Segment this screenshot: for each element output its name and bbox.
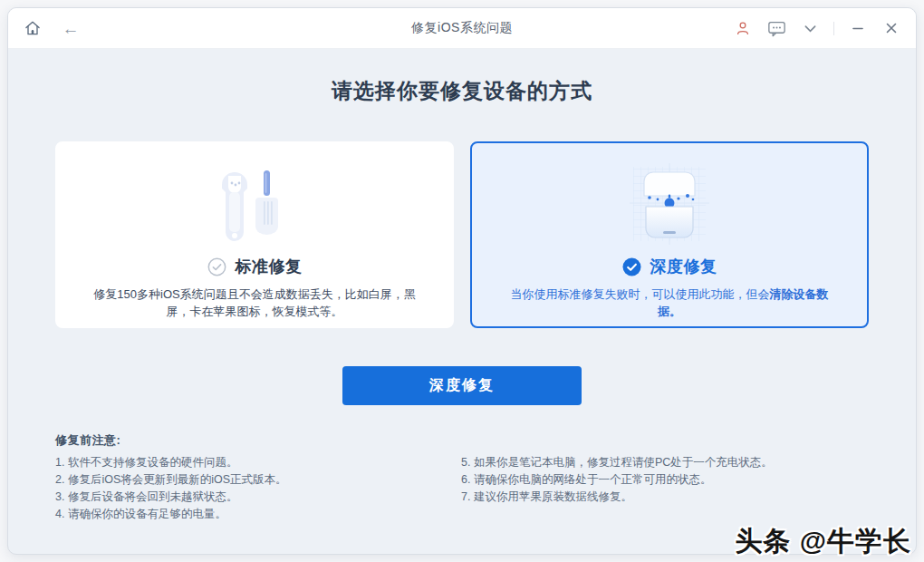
- device-blueprint-icon: [626, 154, 713, 248]
- deep-repair-desc-normal: 当你使用标准修复失败时，可以使用此功能，但会: [511, 287, 770, 301]
- check-circle-filled-icon: [622, 257, 641, 276]
- note-item: 1. 软件不支持修复设备的硬件问题。: [55, 457, 461, 469]
- standard-repair-description: 修复150多种iOS系统问题且不会造成数据丢失，比如白屏，黑屏，卡在苹果图标，恢…: [57, 286, 452, 320]
- minimize-icon[interactable]: [848, 18, 868, 38]
- page-title: 请选择你要修复设备的方式: [8, 78, 916, 103]
- titlebar-divider: [833, 22, 834, 35]
- pre-repair-notes: 修复前注意: 1. 软件不支持修复设备的硬件问题。 2. 修复后iOS将会更新到…: [8, 432, 916, 520]
- deep-repair-title: 深度修复: [650, 256, 717, 277]
- home-icon[interactable]: [23, 18, 43, 38]
- note-item: 5. 如果你是笔记本电脑，修复过程请使PC处于一个充电状态。: [461, 457, 773, 469]
- titlebar: ← 修复iOS系统问题: [8, 8, 916, 49]
- deep-repair-description: 当你使用标准修复失败时，可以使用此功能，但会清除设备数据。: [472, 286, 867, 320]
- note-item: 6. 请确保你电脑的网络处于一个正常可用的状态。: [461, 474, 773, 486]
- standard-repair-title: 标准修复: [236, 256, 303, 277]
- note-item: 4. 请确保你的设备有足够的电量。: [55, 509, 461, 520]
- deep-repair-button[interactable]: 深度修复: [342, 366, 582, 405]
- feedback-icon[interactable]: [766, 18, 786, 38]
- account-icon[interactable]: [733, 18, 753, 38]
- repair-mode-cards: 标准修复 修复150多种iOS系统问题且不会造成数据丢失，比如白屏，黑屏，卡在苹…: [8, 141, 916, 328]
- close-icon[interactable]: [881, 18, 901, 38]
- card-deep-repair[interactable]: 深度修复 当你使用标准修复失败时，可以使用此功能，但会清除设备数据。: [470, 141, 869, 328]
- note-item: 2. 修复后iOS将会更新到最新的iOS正式版本。: [55, 474, 461, 486]
- notes-heading: 修复前注意:: [55, 432, 869, 449]
- back-arrow-glyph: ←: [63, 20, 80, 37]
- card-standard-repair[interactable]: 标准修复 修复150多种iOS系统问题且不会造成数据丢失，比如白屏，黑屏，卡在苹…: [55, 141, 454, 328]
- chevron-down-icon[interactable]: [800, 18, 820, 38]
- main-content: 请选择你要修复设备的方式: [8, 49, 916, 555]
- note-item: 3. 修复后设备将会回到未越狱状态。: [55, 491, 461, 503]
- app-window: ← 修复iOS系统问题: [7, 7, 917, 555]
- watermark: 头条 @牛学长: [735, 523, 911, 560]
- back-arrow-icon[interactable]: ←: [61, 18, 81, 38]
- wrench-screwdriver-icon: [217, 154, 293, 248]
- check-circle-outline-icon: [207, 257, 226, 276]
- note-item: 7. 建议你用苹果原装数据线修复。: [461, 491, 773, 503]
